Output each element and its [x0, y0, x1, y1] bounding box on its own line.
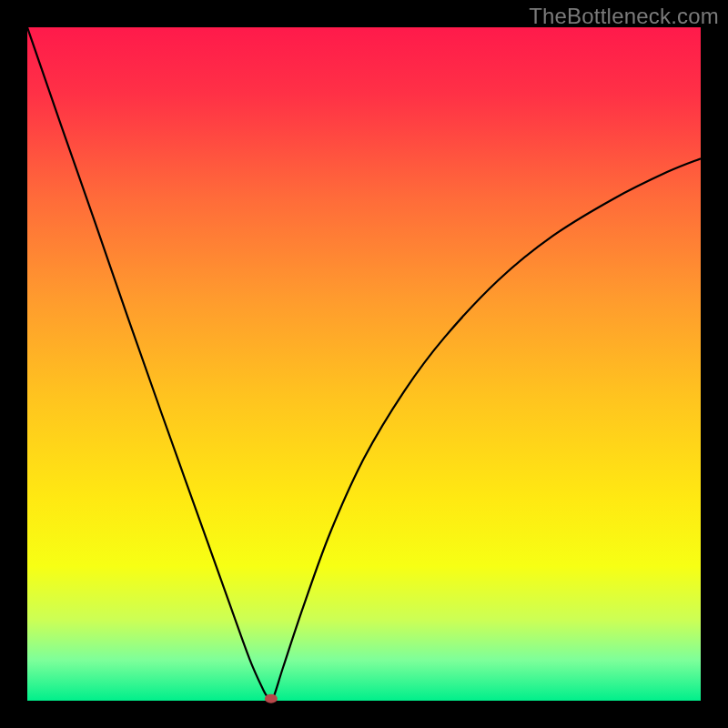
bottleneck-plot	[0, 0, 728, 728]
minimum-marker	[265, 694, 278, 703]
plot-background	[27, 27, 701, 701]
watermark-text: TheBottleneck.com	[529, 4, 719, 29]
chart-frame: TheBottleneck.com	[0, 0, 728, 728]
